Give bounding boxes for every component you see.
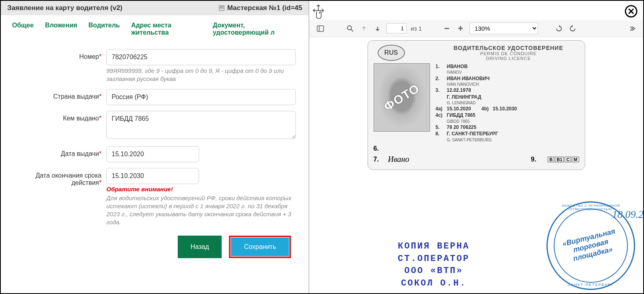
expiry-warning: Обратите внимание! bbox=[106, 186, 296, 193]
svg-rect-10 bbox=[317, 26, 324, 31]
preview-panel: из 1 − + 130% RUS ВОДИТЕЛЬСКОЕ УДОСТОВЕР… bbox=[309, 1, 643, 293]
tab-general[interactable]: Общее bbox=[12, 22, 34, 36]
svg-rect-2 bbox=[221, 6, 222, 7]
workshop-label: Мастерская №1 (id=45 bbox=[218, 4, 302, 12]
rotate-cw-icon[interactable] bbox=[554, 24, 564, 33]
tab-attachments[interactable]: Вложения bbox=[45, 22, 77, 36]
input-country[interactable] bbox=[106, 89, 296, 105]
svg-line-13 bbox=[351, 29, 353, 31]
category-boxes: BB1CM bbox=[548, 157, 579, 162]
zoom-select[interactable]: 130% bbox=[469, 23, 538, 34]
rus-badge: RUS bbox=[378, 45, 405, 61]
textarea-issued-by[interactable]: ГИБДД 7865 bbox=[106, 111, 296, 139]
tab-driver[interactable]: Водитель bbox=[89, 22, 120, 36]
input-issue-date[interactable] bbox=[106, 146, 199, 162]
page-up-icon[interactable] bbox=[359, 24, 369, 33]
rotate-ccw-icon[interactable] bbox=[568, 24, 578, 33]
expiry-note: Для водительских удостоверений РФ, сроки… bbox=[106, 194, 296, 227]
more-tools-icon[interactable] bbox=[627, 24, 637, 33]
svg-rect-6 bbox=[222, 8, 223, 8]
tab-address[interactable]: Адрес места жительства bbox=[131, 22, 202, 36]
seal: 18.09.2023 ОБЩЕСТВО С ОГРАНИЧЕННОЙ ОТВЕТ… bbox=[546, 201, 635, 290]
svg-rect-5 bbox=[221, 8, 222, 8]
licence-sub1: PERMIS DE CONDUIRE bbox=[438, 51, 579, 56]
form-area: Номер* 99ЯЯ999999, где 9 - цифра от 0 до… bbox=[1, 41, 309, 293]
tab-document[interactable]: Документ, удостоверяющий л bbox=[213, 22, 297, 36]
save-button[interactable]: Сохранить bbox=[231, 238, 289, 256]
back-button[interactable]: Назад bbox=[178, 236, 222, 258]
form-panel: Заявление на карту водителя (v2) Мастерс… bbox=[1, 1, 309, 293]
hint-number: 99ЯЯ999999, где 9 - цифра от 0 до 9, Я -… bbox=[106, 67, 296, 83]
page-title: Заявление на карту водителя (v2) bbox=[7, 4, 123, 12]
building-icon bbox=[218, 5, 225, 11]
svg-rect-3 bbox=[222, 6, 223, 7]
svg-rect-4 bbox=[220, 8, 221, 8]
label-number: Номер* bbox=[13, 49, 106, 60]
svg-point-12 bbox=[347, 26, 351, 30]
label-country: Страна выдачи* bbox=[13, 89, 106, 100]
licence-fields: 1.ИВАНОВIVANOV 2.ИВАН ИВАНОВИЧIVAN IVANO… bbox=[436, 63, 579, 143]
label-expiry: Дата окончания срока действия* bbox=[13, 168, 106, 186]
close-button[interactable] bbox=[625, 5, 638, 19]
label-issued-by: Кем выдано* bbox=[13, 111, 106, 122]
document-area: RUS ВОДИТЕЛЬСКОЕ УДОСТОВЕРЕНИЕ PERMIS DE… bbox=[309, 37, 643, 293]
input-expiry[interactable] bbox=[106, 168, 199, 184]
zoom-in-icon[interactable]: + bbox=[456, 24, 465, 33]
stamp-text: КОПИЯ ВЕРНА СТ.ОПЕРАТОР ООО «ВТП» СОКОЛ … bbox=[398, 240, 469, 290]
search-icon[interactable] bbox=[345, 24, 355, 33]
page-down-icon[interactable] bbox=[373, 24, 382, 33]
header-bar: Заявление на карту водителя (v2) Мастерс… bbox=[1, 1, 309, 15]
close-icon bbox=[625, 5, 638, 18]
photo-placeholder: ФОТО bbox=[374, 63, 430, 132]
drag-handle-icon[interactable] bbox=[312, 3, 325, 21]
zoom-out-icon[interactable]: − bbox=[442, 24, 452, 33]
licence-card: RUS ВОДИТЕЛЬСКОЕ УДОСТОВЕРЕНИЕ PERMIS DE… bbox=[368, 40, 585, 170]
page-count: из 1 bbox=[411, 25, 422, 32]
tabs: Общее Вложения Водитель Адрес места жите… bbox=[1, 15, 309, 41]
pdf-toolbar: из 1 − + 130% bbox=[309, 20, 643, 37]
sidebar-toggle-icon[interactable] bbox=[316, 24, 325, 33]
save-highlight: Сохранить bbox=[229, 236, 291, 258]
page-number-input[interactable] bbox=[386, 23, 407, 33]
licence-title: ВОДИТЕЛЬСКОЕ УДОСТОВЕРЕНИЕ bbox=[438, 45, 579, 51]
label-issue-date: Дата выдачи* bbox=[13, 146, 106, 157]
signature: Ивано bbox=[388, 155, 409, 164]
input-number[interactable] bbox=[106, 49, 296, 65]
licence-sub2: DRIVING LICENCE bbox=[438, 56, 579, 61]
svg-rect-1 bbox=[220, 6, 221, 7]
